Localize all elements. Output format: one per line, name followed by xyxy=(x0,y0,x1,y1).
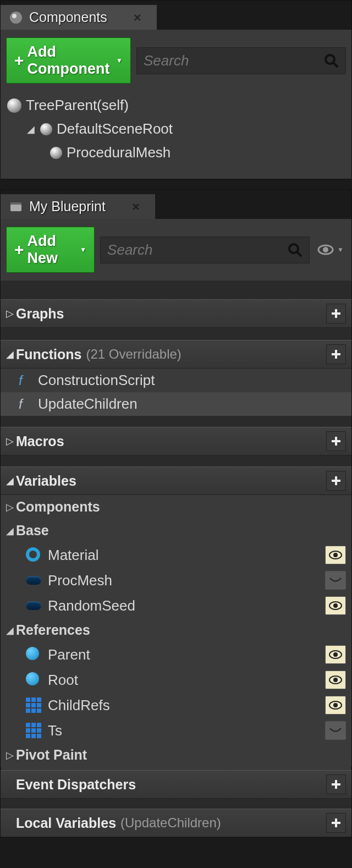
variable-randomseed[interactable]: RandomSeed xyxy=(1,593,351,618)
category-components[interactable]: ▷ Components xyxy=(1,495,351,519)
components-tab-label: Components xyxy=(29,9,107,25)
svg-point-2 xyxy=(326,55,334,64)
components-tab[interactable]: Components × xyxy=(1,5,157,30)
close-icon[interactable]: × xyxy=(129,10,146,25)
eye-icon xyxy=(328,601,343,611)
variable-label: Root xyxy=(48,672,78,689)
function-label: ConstructionScript xyxy=(38,372,155,389)
blueprint-search[interactable] xyxy=(100,237,310,263)
chevron-right-icon: ▷ xyxy=(6,307,16,320)
visibility-toggle[interactable] xyxy=(325,596,346,615)
variable-parent[interactable]: Parent xyxy=(1,642,351,667)
plus-icon: + xyxy=(14,240,24,259)
function-constructionscript[interactable]: f ConstructionScript xyxy=(1,369,351,392)
chevron-right-icon: ▷ xyxy=(6,435,16,447)
localvars-header[interactable]: Local Variables (UpdateChildren) xyxy=(1,809,351,837)
chevron-down-icon: ◢ xyxy=(6,475,16,487)
function-icon: f xyxy=(17,397,31,411)
svg-point-6 xyxy=(289,244,298,253)
add-function-button[interactable] xyxy=(326,344,346,364)
view-options-button[interactable]: ▼ xyxy=(315,243,346,256)
blueprint-tab-row: My Blueprint × xyxy=(1,190,351,219)
function-label: UpdateChildren xyxy=(38,395,138,413)
tree-procmesh-row[interactable]: ProceduralMesh xyxy=(1,141,351,164)
chevron-down-icon: ◢ xyxy=(6,525,16,537)
eye-icon xyxy=(328,675,343,685)
chevron-down-icon: ◢ xyxy=(6,348,16,360)
visibility-toggle[interactable] xyxy=(325,671,346,689)
blueprint-toolbar: + Add New ▼ ▼ xyxy=(1,219,351,281)
object-dot-icon xyxy=(26,647,41,662)
variable-label: Parent xyxy=(48,646,90,663)
tree-caret-icon[interactable]: ◢ xyxy=(27,123,36,135)
variable-procmesh[interactable]: ProcMesh xyxy=(1,568,351,593)
add-localvar-button[interactable] xyxy=(326,813,346,833)
plus-icon xyxy=(330,348,342,360)
svg-text:f: f xyxy=(19,373,24,388)
visibility-toggle[interactable] xyxy=(325,546,346,564)
function-updatechildren[interactable]: f UpdateChildren xyxy=(1,392,351,416)
visibility-toggle[interactable] xyxy=(325,645,346,664)
chevron-down-icon: ▼ xyxy=(80,246,86,254)
components-tab-row: Components × xyxy=(1,1,351,30)
category-components-label: Components xyxy=(16,499,100,515)
variable-label: Ts xyxy=(48,722,62,739)
visibility-toggle[interactable] xyxy=(325,721,346,740)
add-dispatcher-button[interactable] xyxy=(326,774,346,794)
category-references[interactable]: ◢ References xyxy=(1,618,351,642)
svg-point-15 xyxy=(333,603,338,608)
variable-ts[interactable]: Ts xyxy=(1,718,351,743)
components-search-input[interactable] xyxy=(144,52,323,69)
graphs-header[interactable]: ▷ Graphs xyxy=(1,299,351,328)
svg-point-0 xyxy=(10,12,22,24)
add-new-button[interactable]: + Add New ▼ xyxy=(6,227,95,273)
tree-sceneroot-row[interactable]: ◢ DefaultSceneRoot xyxy=(1,117,351,141)
functions-header[interactable]: ◢ Functions (21 Overridable) xyxy=(1,340,351,369)
function-icon: f xyxy=(17,373,31,388)
category-pivotpaint[interactable]: ▷ Pivot Paint xyxy=(1,743,351,767)
svg-text:f: f xyxy=(19,397,24,411)
chevron-right-icon: ▷ xyxy=(6,501,16,513)
svg-point-13 xyxy=(333,553,338,557)
variable-childrefs[interactable]: ChildRefs xyxy=(1,693,351,718)
components-search[interactable] xyxy=(136,47,346,74)
localvars-title: Local Variables xyxy=(16,815,116,831)
pill-icon xyxy=(26,573,41,588)
chevron-down-icon: ▼ xyxy=(337,246,344,254)
functions-overridable-count: (21 Overridable) xyxy=(86,347,181,362)
tree-self-label: TreeParent(self) xyxy=(26,97,129,114)
visibility-toggle[interactable] xyxy=(325,696,346,715)
variable-label: ProcMesh xyxy=(48,572,112,589)
add-component-button[interactable]: + Add Component ▼ xyxy=(6,37,131,84)
functions-title: Functions xyxy=(16,347,81,362)
variable-root[interactable]: Root xyxy=(1,667,351,693)
blueprint-tab[interactable]: My Blueprint × xyxy=(1,194,155,219)
close-icon[interactable]: × xyxy=(128,199,144,215)
add-variable-button[interactable] xyxy=(326,471,346,491)
svg-point-19 xyxy=(333,678,338,682)
category-base[interactable]: ◢ Base xyxy=(1,519,351,542)
svg-point-21 xyxy=(333,703,338,707)
tree-self-row[interactable]: TreeParent(self) xyxy=(1,94,351,117)
blueprint-panel: My Blueprint × + Add New ▼ ▼ ▷ Graphs xyxy=(0,189,352,838)
variable-material[interactable]: Material xyxy=(1,542,351,568)
variable-label: ChildRefs xyxy=(48,697,110,714)
macros-title: Macros xyxy=(16,433,64,449)
blueprint-search-input[interactable] xyxy=(107,241,287,259)
add-macro-button[interactable] xyxy=(326,431,346,451)
svg-point-9 xyxy=(323,247,328,252)
svg-line-3 xyxy=(333,63,338,67)
scene-component-icon xyxy=(40,123,52,135)
variables-header[interactable]: ◢ Variables xyxy=(1,466,351,495)
blueprint-tab-icon xyxy=(8,199,24,215)
pill-icon xyxy=(26,598,41,613)
visibility-toggle[interactable] xyxy=(325,571,346,590)
dispatchers-header[interactable]: Event Dispatchers xyxy=(1,770,351,799)
svg-point-17 xyxy=(333,652,338,657)
tree-procmesh-label: ProceduralMesh xyxy=(67,144,170,161)
add-graph-button[interactable] xyxy=(326,304,346,323)
category-references-label: References xyxy=(16,622,90,638)
plus-icon xyxy=(330,435,342,447)
macros-header[interactable]: ▷ Macros xyxy=(1,427,351,455)
components-toolbar: + Add Component ▼ xyxy=(1,30,351,91)
